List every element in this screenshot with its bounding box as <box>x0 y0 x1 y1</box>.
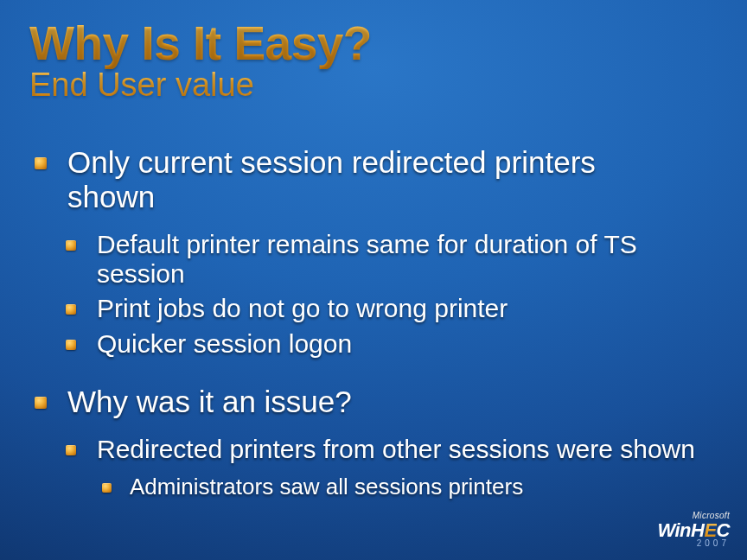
bullet-text: Quicker session logon <box>97 329 352 358</box>
bullet-icon <box>102 483 112 493</box>
bullet-icon <box>66 240 76 251</box>
bullet-text: Default printer remains same for duratio… <box>97 230 637 288</box>
bullet-text: Redirected printers from other sessions … <box>97 435 695 463</box>
bullet-level2: Quicker session logon <box>66 329 718 359</box>
bullet-level3: Administrators saw all sessions printers <box>102 474 718 500</box>
bullet-text: Print jobs do not go to wrong printer <box>97 294 508 322</box>
bullet-level2: Redirected printers from other sessions … <box>66 435 718 464</box>
bullet-icon <box>35 157 47 169</box>
slide-subtitle: End User value <box>29 67 718 104</box>
bullet-text: Administrators saw all sessions printers <box>130 474 523 500</box>
bullet-level2: Print jobs do not go to wrong printer <box>66 294 718 323</box>
slide: Why Is It Easy? End User value Only curr… <box>0 0 747 560</box>
bullet-text: Only current session redirected printers… <box>67 145 596 213</box>
slide-title: Why Is It Easy? <box>29 19 718 69</box>
bullet-level1: Why was it an issue? <box>35 385 673 419</box>
bullet-level1: Only current session redirected printers… <box>35 145 673 215</box>
footer-logo: Microsoft WinHEC 2007 <box>657 512 730 548</box>
bullet-text: Why was it an issue? <box>67 385 352 418</box>
slide-body: Only current session redirected printers… <box>29 145 718 501</box>
bullet-icon <box>35 397 47 409</box>
bullet-icon <box>66 445 76 455</box>
bullet-icon <box>66 304 76 315</box>
bullet-level2: Default printer remains same for duratio… <box>66 230 718 289</box>
bullet-icon <box>66 340 76 350</box>
brand-part: Win <box>657 519 691 541</box>
footer-brand: WinHEC <box>657 521 730 540</box>
